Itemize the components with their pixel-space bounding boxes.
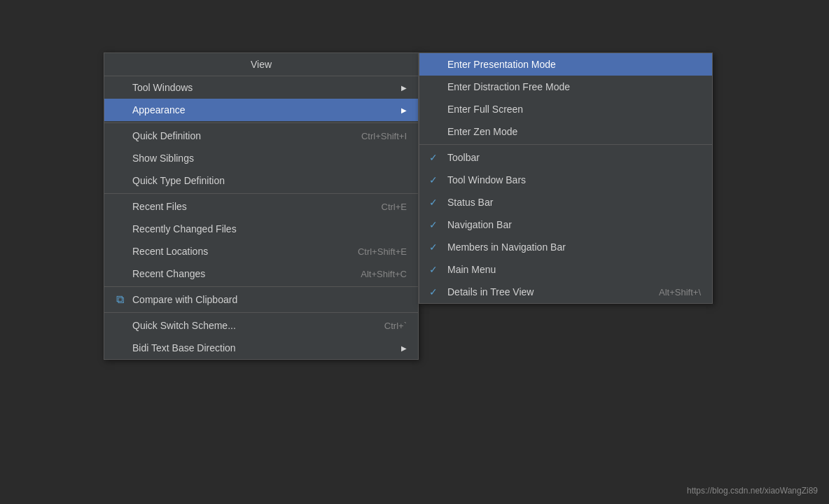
- status-bar-label: Status Bar: [447, 197, 493, 208]
- quick-switch-scheme-label: Quick Switch Scheme...: [132, 320, 236, 331]
- menu-item-show-siblings[interactable]: Show Siblings: [104, 147, 418, 169]
- recent-changes-shortcut: Alt+Shift+C: [333, 269, 407, 279]
- recently-changed-files-label: Recently Changed Files: [132, 223, 237, 234]
- separator-1: [104, 122, 418, 123]
- menu-item-compare-clipboard[interactable]: ⧉ Compare with Clipboard: [104, 288, 418, 311]
- members-in-navigation-bar-label: Members in Navigation Bar: [447, 241, 566, 253]
- status-bar-check-icon: ✓: [429, 197, 438, 208]
- tool-windows-label: Tool Windows: [132, 82, 193, 93]
- submenu-item-toolbar[interactable]: ✓ Toolbar: [419, 146, 712, 169]
- details-in-tree-view-check-icon: ✓: [429, 286, 438, 298]
- bidi-text-label: Bidi Text Base Direction: [132, 342, 236, 354]
- submenu-item-navigation-bar[interactable]: ✓ Navigation Bar: [419, 214, 712, 236]
- compare-clipboard-label: Compare with Clipboard: [132, 294, 237, 305]
- enter-distraction-free-label: Enter Distraction Free Mode: [447, 81, 570, 92]
- menu-item-tool-windows[interactable]: Tool Windows ▶: [104, 76, 418, 99]
- menu-item-bidi-text[interactable]: Bidi Text Base Direction ▶: [104, 337, 418, 359]
- details-in-tree-view-shortcut: Alt+Shift+\: [638, 287, 701, 298]
- submenu-item-enter-distraction-free[interactable]: Enter Distraction Free Mode: [419, 76, 712, 98]
- submenu-item-main-menu[interactable]: ✓ Main Menu: [419, 258, 712, 281]
- submenu-item-enter-zen-mode[interactable]: Enter Zen Mode: [419, 120, 712, 143]
- quick-switch-scheme-shortcut: Ctrl+`: [356, 321, 407, 331]
- menu-item-recent-files[interactable]: Recent Files Ctrl+E: [104, 195, 418, 218]
- recent-locations-label: Recent Locations: [132, 246, 208, 257]
- recent-files-shortcut: Ctrl+E: [354, 202, 407, 212]
- menu-item-recent-locations[interactable]: Recent Locations Ctrl+Shift+E: [104, 240, 418, 262]
- enter-presentation-mode-label: Enter Presentation Mode: [447, 59, 556, 70]
- watermark: https://blog.csdn.net/xiaoWangZi89: [687, 486, 818, 496]
- submenu-item-enter-full-screen[interactable]: Enter Full Screen: [419, 98, 712, 120]
- toolbar-label: Toolbar: [447, 152, 480, 163]
- menu-container: View Tool Windows ▶ Appearance ▶ Quick D…: [104, 52, 713, 360]
- quick-definition-label: Quick Definition: [132, 130, 201, 141]
- primary-menu: View Tool Windows ▶ Appearance ▶ Quick D…: [104, 52, 419, 360]
- menu-item-recently-changed-files[interactable]: Recently Changed Files: [104, 218, 418, 240]
- enter-zen-mode-label: Enter Zen Mode: [447, 126, 517, 137]
- recent-changes-label: Recent Changes: [132, 268, 205, 279]
- members-in-navigation-bar-check-icon: ✓: [429, 241, 438, 253]
- menu-item-quick-definition[interactable]: Quick Definition Ctrl+Shift+I: [104, 125, 418, 147]
- menu-title: View: [104, 53, 418, 76]
- submenu-item-status-bar[interactable]: ✓ Status Bar: [419, 191, 712, 214]
- toolbar-check-icon: ✓: [429, 152, 438, 163]
- separator-4: [104, 312, 418, 313]
- main-menu-label: Main Menu: [447, 264, 496, 275]
- details-in-tree-view-label: Details in Tree View: [447, 286, 534, 298]
- show-siblings-label: Show Siblings: [132, 153, 194, 164]
- navigation-bar-label: Navigation Bar: [447, 219, 512, 230]
- menu-item-recent-changes[interactable]: Recent Changes Alt+Shift+C: [104, 262, 418, 285]
- appearance-arrow: ▶: [387, 106, 407, 114]
- submenu-separator-1: [419, 144, 712, 145]
- submenu-item-enter-presentation-mode[interactable]: Enter Presentation Mode: [419, 53, 712, 76]
- tool-window-bars-check-icon: ✓: [429, 174, 438, 186]
- submenu-item-details-in-tree-view[interactable]: ✓ Details in Tree View Alt+Shift+\: [419, 281, 712, 303]
- bidi-text-arrow: ▶: [387, 344, 407, 352]
- navigation-bar-check-icon: ✓: [429, 219, 438, 230]
- submenu-item-members-in-navigation-bar[interactable]: ✓ Members in Navigation Bar: [419, 236, 712, 258]
- separator-3: [104, 286, 418, 287]
- menu-item-quick-switch-scheme[interactable]: Quick Switch Scheme... Ctrl+`: [104, 314, 418, 337]
- menu-item-appearance[interactable]: Appearance ▶: [104, 99, 418, 121]
- recent-files-label: Recent Files: [132, 201, 187, 212]
- tool-windows-arrow: ▶: [387, 84, 407, 92]
- submenu-item-tool-window-bars[interactable]: ✓ Tool Window Bars: [419, 169, 712, 191]
- menu-item-quick-type-definition[interactable]: Quick Type Definition: [104, 169, 418, 192]
- quick-definition-shortcut: Ctrl+Shift+I: [333, 131, 407, 141]
- compare-clipboard-icon: ⧉: [111, 293, 128, 306]
- separator-2: [104, 193, 418, 194]
- tool-window-bars-label: Tool Window Bars: [447, 174, 526, 186]
- recent-locations-shortcut: Ctrl+Shift+E: [330, 246, 407, 257]
- appearance-label: Appearance: [132, 104, 186, 115]
- main-menu-check-icon: ✓: [429, 264, 438, 275]
- enter-full-screen-label: Enter Full Screen: [447, 104, 523, 115]
- quick-type-definition-label: Quick Type Definition: [132, 175, 225, 186]
- appearance-submenu: Enter Presentation Mode Enter Distractio…: [419, 52, 713, 304]
